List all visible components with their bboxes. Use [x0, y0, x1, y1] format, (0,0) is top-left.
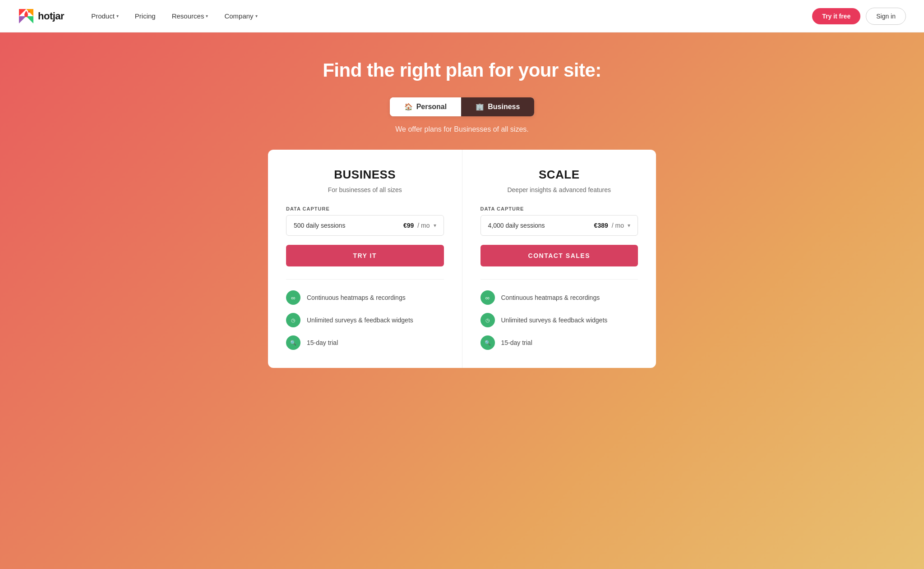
tab-personal[interactable]: 🏠 Personal [390, 97, 462, 116]
company-chevron-icon: ▾ [255, 14, 258, 18]
svg-marker-4 [26, 16, 33, 23]
list-item: ◷ Unlimited surveys & feedback widgets [480, 313, 638, 327]
pricing-cards: BUSINESS For businesses of all sizes DAT… [268, 150, 656, 368]
logo-link[interactable]: hotjar [18, 8, 64, 24]
navigation: hotjar Product ▾ Pricing Resources ▾ Com… [0, 0, 924, 32]
hero-title: Find the right plan for your site: [9, 60, 915, 81]
scale-plan-desc: Deeper insights & advanced features [480, 186, 638, 193]
scale-session-select[interactable]: 4,000 daily sessions €389 / mo ▾ [480, 215, 638, 236]
scale-price-value: €389 [594, 222, 608, 229]
business-price-value: €99 [403, 222, 414, 229]
scale-feature-trial-text: 15-day trial [501, 339, 532, 346]
feature-heatmaps-text: Continuous heatmaps & recordings [307, 294, 406, 301]
tab-business[interactable]: 🏢 Business [461, 97, 534, 116]
list-item: ◷ Unlimited surveys & feedback widgets [286, 313, 444, 327]
scale-surveys-icon: ◷ [480, 313, 495, 327]
heatmaps-icon: ∞ [286, 290, 300, 305]
try-it-button[interactable]: TRY IT [286, 245, 444, 266]
business-plan-desc: For businesses of all sizes [286, 186, 444, 193]
plan-tabs: 🏠 Personal 🏢 Business [390, 97, 535, 116]
feature-trial-text: 15-day trial [307, 339, 338, 346]
scale-feature-list: ∞ Continuous heatmaps & recordings ◷ Unl… [480, 290, 638, 350]
hero-subtitle: We offer plans for Businesses of all siz… [9, 125, 915, 133]
hotjar-logo-icon [18, 8, 34, 24]
svg-marker-3 [19, 16, 26, 23]
scale-divider [480, 279, 638, 280]
business-plan-card: BUSINESS For businesses of all sizes DAT… [268, 150, 462, 368]
scale-select-chevron-icon: ▾ [628, 222, 630, 229]
list-item: 🔍 15-day trial [286, 335, 444, 350]
home-icon: 🏠 [404, 103, 413, 111]
scale-feature-surveys-text: Unlimited surveys & feedback widgets [501, 317, 608, 324]
nav-product[interactable]: Product ▾ [91, 12, 119, 20]
surveys-icon: ◷ [286, 313, 300, 327]
list-item: 🔍 15-day trial [480, 335, 638, 350]
nav-actions: Try it free Sign in [812, 8, 906, 25]
list-item: ∞ Continuous heatmaps & recordings [480, 290, 638, 305]
scale-plan-name: SCALE [480, 168, 638, 182]
building-icon: 🏢 [476, 103, 484, 111]
logo-text: hotjar [38, 10, 64, 22]
business-plan-name: BUSINESS [286, 168, 444, 182]
scale-price-display: €389 / mo ▾ [594, 222, 630, 229]
product-chevron-icon: ▾ [116, 14, 119, 18]
resources-chevron-icon: ▾ [206, 14, 208, 18]
hero-section: Find the right plan for your site: 🏠 Per… [0, 32, 924, 569]
scale-feature-heatmaps-text: Continuous heatmaps & recordings [501, 294, 600, 301]
sign-in-button[interactable]: Sign in [866, 8, 906, 25]
business-data-capture-label: DATA CAPTURE [286, 206, 444, 211]
business-session-select[interactable]: 500 daily sessions €99 / mo ▾ [286, 215, 444, 236]
nav-pricing[interactable]: Pricing [135, 12, 156, 20]
business-divider [286, 279, 444, 280]
scale-sessions-value: 4,000 daily sessions [488, 222, 545, 229]
scale-plan-card: SCALE Deeper insights & advanced feature… [462, 150, 656, 368]
scale-trial-icon: 🔍 [480, 335, 495, 350]
business-per-label: / mo [417, 222, 430, 229]
svg-point-5 [28, 11, 30, 13]
list-item: ∞ Continuous heatmaps & recordings [286, 290, 444, 305]
contact-sales-button[interactable]: CONTACT SALES [480, 245, 638, 266]
feature-surveys-text: Unlimited surveys & feedback widgets [307, 317, 413, 324]
business-price-display: €99 / mo ▾ [403, 222, 436, 229]
nav-links: Product ▾ Pricing Resources ▾ Company ▾ [91, 12, 812, 20]
business-select-chevron-icon: ▾ [434, 222, 436, 229]
scale-heatmaps-icon: ∞ [480, 290, 495, 305]
nav-resources[interactable]: Resources ▾ [172, 12, 208, 20]
scale-per-label: / mo [612, 222, 624, 229]
business-feature-list: ∞ Continuous heatmaps & recordings ◷ Unl… [286, 290, 444, 350]
nav-company[interactable]: Company ▾ [224, 12, 257, 20]
try-it-free-button[interactable]: Try it free [812, 8, 860, 24]
trial-icon: 🔍 [286, 335, 300, 350]
scale-data-capture-label: DATA CAPTURE [480, 206, 638, 211]
business-sessions-value: 500 daily sessions [294, 222, 345, 229]
